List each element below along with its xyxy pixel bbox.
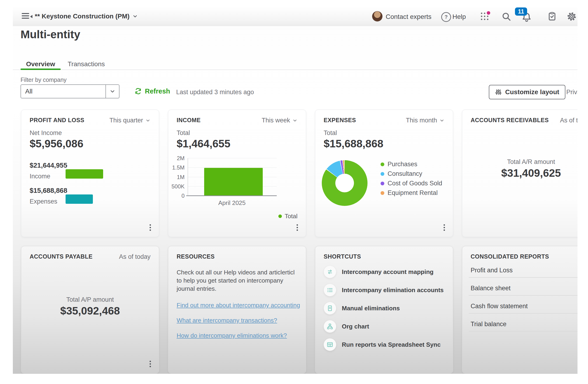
tab-bar: Overview Transactions [21,59,110,70]
card-title: ACCOUNTS RECEIVABLES [471,117,549,124]
shortcut-intercompany-account-mapping[interactable]: Intercompany account mapping [324,266,434,278]
link-intercompany-transactions[interactable]: What are intercompany transactions? [177,317,277,324]
shortcut-label: Org chart [342,323,369,330]
report-trial-balance[interactable]: Trial balance [471,321,506,328]
notifications-badge: 11 [515,7,527,16]
period-dropdown[interactable]: This week [262,117,297,124]
avatar[interactable] [372,11,382,21]
tasks-clipboard-icon[interactable] [547,11,557,21]
legend-label: Cost of Goods Sold [388,180,442,187]
link-intercompany-accounting[interactable]: Find out more about intercompany account… [177,302,300,309]
card-title: RESOURCES [177,253,215,260]
page-title: Multi-entity [21,28,80,41]
shortcut-org-chart[interactable]: Org chart [324,320,369,332]
legend-item: Consultancy [380,170,422,177]
tab-overview[interactable]: Overview [21,59,61,70]
legend-label: Consultancy [388,170,422,177]
resources-card: RESOURCES Check out all our Help videos … [168,246,306,373]
income-card: INCOME This week Total $1,464,655 2M 1.5… [168,110,306,237]
legend-label: Equipment Rental [388,189,438,196]
link-intercompany-eliminations[interactable]: How do intercompany eliminations work? [177,332,287,339]
period-value: This quarter [109,117,143,124]
as-of-label: As of today [119,253,150,260]
gridline [188,167,277,168]
customize-layout-button[interactable]: Customize layout [489,85,565,99]
y-tick: 1.5M [168,164,185,171]
filter-by-company-label: Filter by company [21,77,66,83]
legend-dot [278,214,282,218]
hamburger-bar [22,15,29,16]
shortcut-label: Intercompany account mapping [342,268,434,276]
company-filter-value: All [21,88,105,95]
shortcut-intercompany-elimination-accounts[interactable]: Intercompany elimination accounts [324,284,443,296]
legend-dot [380,162,384,166]
tabs-divider [13,70,578,70]
card-title: ACCOUNTS PAYABLE [30,253,93,260]
as-of-label: As of today [560,117,578,124]
period-dropdown[interactable]: This quarter [109,117,150,124]
income-bar [65,169,103,179]
net-income-label: Net Income [30,129,62,137]
settings-gear-icon[interactable] [567,12,577,21]
card-menu-kebab[interactable] [296,223,299,232]
total-ap-label: Total A/P amount [21,296,159,303]
card-menu-kebab[interactable] [149,360,152,368]
as-of-value: As of today [560,117,578,124]
shortcuts-card: SHORTCUTS Intercompany account mapping I… [315,246,453,373]
legend-dot [380,172,384,176]
grid-dot [484,16,485,17]
swap-arrows-icon [324,266,336,278]
divider [469,295,578,296]
income-value: $21,644,955 [30,162,67,169]
expenses-label: Expenses [30,198,57,205]
question-mark: ? [444,14,447,20]
shortcut-label: Run reports via Spreadsheet Sync [342,341,441,348]
company-switcher[interactable]: ** Keystone Construction (PM) [35,13,138,20]
privacy-toggle-label[interactable]: Privacy [566,89,578,96]
accounts-payable-card: ACCOUNTS PAYABLE As of today Total A/P a… [21,246,159,373]
hamburger-bar [22,18,29,19]
period-dropdown[interactable]: This month [406,117,444,124]
shortcut-run-reports-spreadsheet-sync[interactable]: Run reports via Spreadsheet Sync [324,339,441,351]
expenses-bar [65,194,93,204]
company-filter-select[interactable]: All [21,84,120,98]
last-updated-text: Last updated 3 minutes ago [176,89,254,96]
hamburger-bar [22,13,29,14]
help-circle-icon[interactable]: ? [441,12,451,22]
shortcut-manual-eliminations[interactable]: Manual eliminations [324,302,400,314]
legend-label: Total [285,213,297,220]
total-label: Total [324,129,337,137]
total-ar-label: Total A/R amount [462,158,578,166]
income-total-bar [204,168,263,195]
total-label: Total [177,129,190,137]
notification-dot [487,11,490,15]
expenses-value: $15,688,868 [30,187,67,194]
y-tick: 1M [168,174,185,180]
contact-experts-button[interactable]: Contact experts [386,13,431,20]
search-icon[interactable] [502,12,511,21]
shortcut-label: Manual eliminations [342,305,400,312]
chevron-down-icon [145,118,150,123]
refresh-button[interactable]: Refresh [134,87,170,95]
accounts-receivables-card: ACCOUNTS RECEIVABLES As of today Total A… [462,110,578,237]
card-title: PROFIT AND LOSS [30,117,84,124]
total-ap-amount: $35,092,468 [21,305,159,317]
net-income-value: $5,956,086 [30,137,83,150]
report-cash-flow-statement[interactable]: Cash flow statement [471,303,528,310]
hamburger-menu-icon[interactable] [22,13,32,19]
active-tab-underline [21,69,61,70]
tab-transactions[interactable]: Transactions [63,59,110,70]
card-menu-kebab[interactable] [149,223,152,232]
report-profit-and-loss[interactable]: Profit and Loss [471,267,513,274]
report-balance-sheet[interactable]: Balance sheet [471,285,510,292]
as-of-value: As of today [119,253,150,260]
consolidated-reports-card: CONSOLIDATED REPORTS Profit and Loss Bal… [462,246,578,373]
expenses-card: EXPENSES This month Total $15,688,868 Pu… [315,110,453,237]
apps-grid-icon[interactable] [481,13,489,20]
divider [469,277,578,278]
resources-body-line: Check out all our Help videos and articl… [177,268,295,276]
grid-dot [487,19,488,20]
help-button[interactable]: Help [452,13,466,20]
card-menu-kebab[interactable] [443,223,446,232]
spreadsheet-icon [324,338,336,351]
